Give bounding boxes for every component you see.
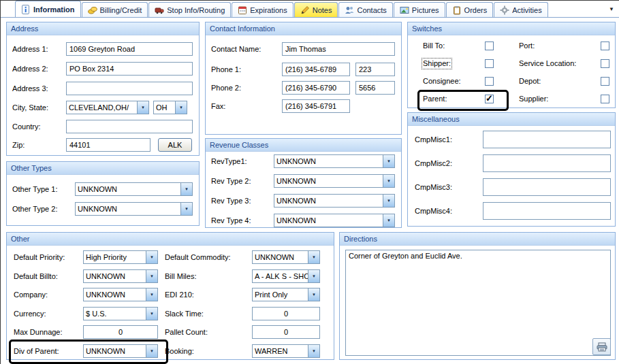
chevron-down-icon[interactable] (383, 214, 394, 227)
tab-label: Orders (464, 6, 488, 14)
chevron-down-icon[interactable] (137, 101, 148, 114)
booking-combo[interactable]: WARREN (252, 344, 320, 358)
supplier-checkbox[interactable] (601, 95, 609, 103)
max-dunnage-input[interactable] (83, 325, 158, 339)
phone2-input[interactable] (282, 81, 350, 95)
fax-input[interactable] (282, 99, 350, 113)
other-type1-label: Other Type 1: (12, 185, 57, 194)
alk-button[interactable]: ALK (158, 138, 192, 152)
phone2-extension-input[interactable] (355, 81, 395, 95)
chevron-down-icon[interactable] (180, 203, 192, 215)
chevron-down-icon[interactable] (308, 251, 319, 263)
service-location-checkbox[interactable] (601, 59, 609, 68)
revtype3-value: UNKNOWN (274, 195, 383, 207)
chevron-down-icon[interactable] (146, 251, 157, 263)
phone1-extension-input[interactable] (355, 63, 395, 76)
other-type2-combo[interactable]: UNKNOWN (75, 202, 193, 216)
chevron-down-icon[interactable] (383, 155, 394, 167)
bill-miles-combo[interactable]: A - ALK S - SHO (252, 269, 320, 283)
printer-icon (597, 342, 607, 352)
slack-time-input[interactable] (252, 307, 320, 320)
depot-checkbox[interactable] (601, 77, 609, 86)
tab-contacts[interactable]: Contacts (338, 2, 392, 17)
company-combo[interactable]: UNKNOWN (83, 288, 158, 301)
address1-input[interactable] (66, 42, 193, 56)
cmpmisc2-input[interactable] (483, 154, 611, 172)
default-commodity-combo[interactable]: UNKNOWN (252, 250, 320, 264)
address2-label: Address 2: (12, 65, 48, 73)
phone2-label: Phone 2: (211, 84, 241, 93)
chevron-down-icon[interactable] (180, 183, 192, 195)
address2-input[interactable] (66, 62, 193, 76)
tab-stop-info-routing[interactable]: Stop Info/Routing (148, 2, 231, 17)
revtype4-combo[interactable]: UNKNOWN (274, 214, 395, 227)
phone1-input[interactable] (282, 63, 350, 76)
company-value: UNKNOWN (84, 288, 146, 301)
consignee-checkbox[interactable] (485, 77, 494, 86)
tab-billing-credit[interactable]: Billing/Credit (82, 2, 148, 17)
zip-input[interactable] (66, 138, 150, 152)
chevron-down-icon[interactable] (146, 270, 157, 282)
orders-icon (452, 5, 462, 15)
chevron-down-icon[interactable] (383, 195, 394, 207)
div-of-parent-label: Div of Parent: (14, 347, 59, 356)
chevron-down-icon[interactable] (175, 101, 187, 114)
booking-label: Booking: (165, 347, 194, 356)
bill-to-label: Bill To: (423, 42, 445, 50)
edi-210-combo[interactable]: Print Only (252, 288, 320, 301)
tab-overflow-button[interactable]: ▼ (609, 6, 614, 12)
print-directions-button[interactable] (592, 338, 611, 355)
chevron-down-icon[interactable] (308, 270, 319, 282)
revtype2-combo[interactable]: UNKNOWN (274, 174, 395, 188)
chevron-down-icon[interactable] (146, 288, 157, 301)
default-priority-combo[interactable]: High Priority (83, 250, 158, 264)
directions-group-header: Directions (340, 233, 615, 246)
switches-group: Switches Bill To: Shipper: Consignee: Pa… (407, 22, 616, 108)
contact-name-input[interactable] (282, 42, 395, 56)
default-billto-combo[interactable]: UNKNOWN (83, 269, 158, 283)
billing-icon (88, 5, 97, 15)
address3-input[interactable] (66, 82, 193, 95)
currency-combo[interactable]: $ U.S. (83, 307, 158, 320)
directions-group: Directions Corner of Greyton and Euclid … (339, 232, 616, 360)
country-input[interactable] (66, 120, 193, 133)
tab-orders[interactable]: Orders (446, 2, 494, 17)
other-group-header: Other (7, 233, 334, 246)
tab-expirations[interactable]: Expirations (232, 2, 293, 17)
parent-checkbox[interactable] (485, 95, 494, 103)
revtype3-combo[interactable]: UNKNOWN (274, 194, 395, 208)
tab-notes[interactable]: Notes (294, 2, 338, 17)
other-type2-label: Other Type 2: (12, 205, 57, 214)
cmpmisc4-input[interactable] (483, 202, 611, 220)
chevron-down-icon[interactable] (146, 345, 157, 357)
pallet-count-input[interactable] (252, 325, 320, 339)
tab-information[interactable]: Information (15, 1, 81, 17)
port-checkbox[interactable] (601, 42, 609, 50)
contact-group-header: Contact Information (206, 22, 401, 35)
tab-activities[interactable]: Activities (494, 2, 547, 17)
tab-label: Billing/Credit (100, 6, 142, 14)
bill-to-checkbox[interactable] (485, 42, 494, 50)
customer-information-window: Information Billing/Credit Stop Info/Rou… (0, 0, 619, 364)
revtype1-value: UNKNOWN (274, 155, 383, 167)
state-combo[interactable]: OH (153, 101, 187, 114)
city-combo[interactable]: CLEVELAND,OH/ (66, 101, 149, 114)
cmpmisc1-input[interactable] (483, 131, 611, 148)
stop-routing-icon (155, 5, 164, 15)
activities-icon (500, 5, 509, 15)
revenue-classes-group: Revenue Classes RevType1: UNKNOWN Rev Ty… (205, 138, 402, 228)
tab-label: Notes (313, 6, 332, 14)
directions-textarea[interactable]: Corner of Greyton and Euclid Ave. (345, 250, 611, 356)
chevron-down-icon[interactable] (308, 288, 319, 301)
tab-pictures[interactable]: Pictures (394, 2, 445, 17)
div-of-parent-combo[interactable]: UNKNOWN (83, 344, 158, 358)
cmpmisc3-input[interactable] (483, 178, 611, 196)
revtype1-combo[interactable]: UNKNOWN (274, 154, 395, 168)
chevron-down-icon[interactable] (383, 175, 394, 187)
revtype1-label: RevType1: (211, 157, 247, 166)
shipper-checkbox[interactable] (485, 59, 494, 68)
other-type1-combo[interactable]: UNKNOWN (75, 182, 193, 196)
chevron-down-icon[interactable] (308, 345, 319, 357)
chevron-down-icon[interactable] (146, 308, 157, 320)
tab-label: Information (33, 5, 75, 14)
